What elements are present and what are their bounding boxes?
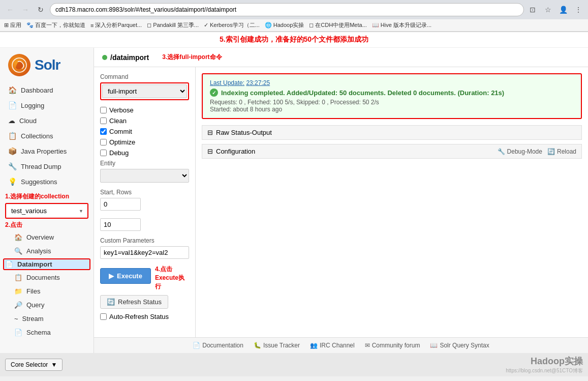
sidebar-item-java-properties[interactable]: 📦 Java Properties	[0, 143, 94, 159]
start-rows-label: Start, Rows	[100, 189, 189, 196]
suggestions-icon: 💡	[8, 178, 17, 186]
handler-header: /dataimport 3.选择full-import命令	[94, 48, 588, 67]
entity-select[interactable]	[100, 169, 189, 183]
collapse-icon: ⊟	[207, 129, 213, 136]
address-bar[interactable]	[50, 3, 524, 16]
browser-toolbar: ← → ↻ ⊡ ☆ 👤 ⋮	[0, 0, 588, 19]
java-properties-icon: 📦	[8, 147, 17, 155]
entity-label: Entity	[100, 160, 189, 167]
sub-nav-schema[interactable]: 📄 Schema	[0, 326, 94, 339]
bookmark-hadoop[interactable]: 🌐 Hadoop实操	[265, 21, 304, 29]
screenshot-icon[interactable]: ⊡	[527, 4, 538, 15]
debug-mode-button[interactable]: 🔧 Debug-Mode	[498, 148, 542, 155]
bookmark-hive[interactable]: 📖 Hive 版本升级记录...	[372, 21, 431, 29]
bookmark-baidu[interactable]: 🐾 百度一下，你就知道	[26, 21, 85, 29]
auto-refresh-label[interactable]: Auto-Refresh Status	[109, 313, 169, 320]
documentation-icon: 📄	[193, 342, 200, 349]
sidebar-item-logging[interactable]: 📄 Logging	[0, 98, 94, 113]
output-panel: Last Update: 23:27:25 ✓ Indexing complet…	[196, 67, 588, 337]
collection-annotation: 1.选择创建的collection	[0, 191, 94, 202]
commit-label[interactable]: Commit	[109, 128, 132, 135]
sidebar-item-cloud[interactable]: ☁ Cloud	[0, 113, 94, 128]
debug-label[interactable]: Debug	[109, 149, 129, 157]
menu-icon[interactable]: ⋮	[573, 4, 584, 15]
footer-community-forum[interactable]: ✉ Community forum	[365, 342, 420, 349]
sidebar-item-dashboard[interactable]: 🏠 Dashboard	[0, 82, 94, 98]
verbose-checkbox[interactable]	[100, 107, 107, 113]
click-annotation: 2.点击	[0, 220, 94, 230]
refresh-icon: 🔄	[107, 298, 115, 306]
dataimport-icon: 📄	[5, 260, 13, 268]
thread-dump-icon: 🔧	[8, 162, 17, 170]
footer-solr-query-syntax[interactable]: 📖 Solr Query Syntax	[430, 342, 489, 349]
commit-group: Commit	[100, 128, 189, 135]
rows-input[interactable]	[100, 218, 141, 231]
footer-issue-tracker[interactable]: 🐛 Issue Tracker	[254, 342, 300, 349]
last-update-time[interactable]: 23:27:25	[246, 79, 270, 86]
back-button[interactable]: ←	[4, 4, 16, 16]
clean-label[interactable]: Clean	[109, 117, 127, 125]
sidebar: Solr 🏠 Dashboard 📄 Logging ☁ Cloud 📋 Col…	[0, 48, 94, 353]
solr-logo-icon	[8, 54, 30, 76]
footer-documentation[interactable]: 📄 Documentation	[193, 342, 243, 349]
sidebar-item-thread-dump[interactable]: 🔧 Thread Dump	[0, 159, 94, 174]
execute-button[interactable]: ▶ Execute	[100, 268, 151, 284]
custom-params-input[interactable]	[100, 246, 189, 259]
status-banner: Last Update: 23:27:25 ✓ Indexing complet…	[202, 73, 582, 119]
sub-nav-stream[interactable]: ~ Stream	[0, 312, 94, 326]
command-select[interactable]: full-import	[102, 84, 187, 98]
collection-selector[interactable]: test_various	[7, 205, 86, 217]
dashboard-icon: 🏠	[8, 86, 17, 94]
refresh-nav-button[interactable]: ↻	[35, 4, 47, 16]
execute-icon: ▶	[109, 272, 114, 280]
sub-nav-analysis[interactable]: 🔍 Analysis	[0, 244, 94, 258]
start-rows-group: Start, Rows	[100, 189, 189, 231]
auto-refresh-checkbox[interactable]	[100, 313, 107, 320]
sub-nav-files[interactable]: 📁 Files	[0, 284, 94, 298]
clean-checkbox[interactable]	[100, 118, 107, 124]
bookmark-kerberos[interactable]: ✓ Kerberos学习（二...	[204, 21, 260, 29]
analysis-icon: 🔍	[14, 247, 22, 255]
watermark-logo: Hadoop实操	[506, 355, 583, 367]
verbose-group: Verbose	[100, 106, 189, 114]
collection-select[interactable]: test_various	[7, 205, 86, 217]
commit-checkbox[interactable]	[100, 128, 107, 135]
collection-section: 1.选择创建的collection test_various 2.点击 🏠 Ov…	[0, 191, 94, 339]
app-container: 5.索引创建成功，准备好的50个文件都添加成功 Solr 🏠 Dashboard	[0, 32, 588, 376]
watermark: Hadoop实操 https://blog.csdn.net@51CTO博客	[506, 355, 583, 374]
debug-checkbox[interactable]	[100, 150, 107, 156]
optimize-label[interactable]: Optimize	[109, 138, 135, 146]
forward-button[interactable]: →	[19, 4, 32, 16]
refresh-status-button[interactable]: 🔄 Refresh Status	[100, 295, 168, 309]
bookmark-apps[interactable]: ⊞ 应用	[4, 21, 21, 29]
reload-button[interactable]: 🔄 Reload	[547, 148, 576, 155]
debug-group: Debug	[100, 149, 189, 157]
sub-nav-overview[interactable]: 🏠 Overview	[0, 230, 94, 244]
sub-nav-dataimport[interactable]: 📄 Dataimport	[3, 258, 90, 270]
profile-icon[interactable]: 👤	[558, 4, 569, 15]
step3-annotation: 3.选择full-import命令	[162, 53, 222, 62]
handler-name: /dataimport	[110, 53, 149, 62]
handler-status-dot	[102, 55, 107, 60]
raw-status-header[interactable]: ⊟ Raw Status-Output	[202, 126, 581, 139]
bookmark-cdh[interactable]: ◻ 在CDH中使用Meta...	[309, 21, 366, 29]
start-input[interactable]	[100, 198, 141, 211]
sidebar-item-collections[interactable]: 📋 Collections	[0, 128, 94, 143]
controls-panel: Command full-import Verbose Clean	[94, 67, 196, 337]
overview-icon: 🏠	[14, 233, 22, 241]
footer-irc-channel[interactable]: 👥 IRC Channel	[310, 342, 355, 349]
sub-nav-documents[interactable]: 📋 Documents	[0, 271, 94, 284]
optimize-checkbox[interactable]	[100, 139, 107, 145]
sidebar-item-suggestions[interactable]: 💡 Suggestions	[0, 174, 94, 189]
core-selector-button[interactable]: Core Selector ▼	[5, 359, 63, 371]
verbose-label[interactable]: Verbose	[109, 106, 134, 114]
custom-params-group: Custom Parameters	[100, 237, 189, 259]
sub-nav-query[interactable]: 🔎 Query	[0, 298, 94, 312]
status-success: ✓ Indexing completed. Added/Updated: 50 …	[210, 89, 574, 97]
bookmark-pandakill[interactable]: ◻ Pandakill 第三季...	[147, 21, 199, 29]
bookmark-parquet[interactable]: ≡ 深入分析Parquet...	[90, 21, 142, 29]
execute-row: ▶ Execute 4.点击Execute执行	[100, 265, 189, 291]
star-icon[interactable]: ☆	[542, 4, 553, 15]
files-icon: 📁	[14, 287, 22, 295]
command-group: Command full-import	[100, 73, 189, 100]
